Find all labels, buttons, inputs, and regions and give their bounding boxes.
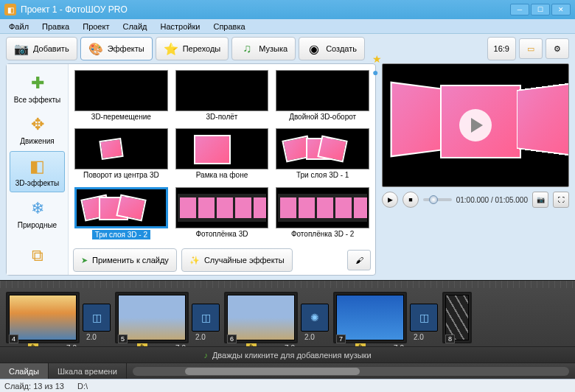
- edit-icon[interactable]: ✎: [355, 343, 366, 347]
- brush-icon: 🖌: [355, 256, 363, 265]
- camera-icon: 📷: [14, 41, 29, 56]
- snowflake-icon: ❄: [27, 198, 48, 219]
- maximize-button[interactable]: ☐: [531, 4, 550, 15]
- main-toolbar: 📷Добавить 🎨Эффекты ⭐Переходы ♫Музыка ◉Со…: [0, 34, 575, 63]
- effect-item[interactable]: Три слоя 3D - 1: [276, 128, 369, 183]
- display-mode-button[interactable]: ▭: [519, 38, 543, 59]
- wand-icon: ✨: [189, 256, 200, 265]
- slide-card[interactable]: 6✎7.0: [224, 292, 298, 343]
- slide-card[interactable]: 4✎7.0: [6, 292, 80, 343]
- effect-item[interactable]: Поворот из центра 3D: [74, 128, 168, 183]
- effect-item[interactable]: Рамка на фоне: [175, 128, 269, 183]
- transitions-tab[interactable]: ⭐Переходы: [156, 37, 229, 60]
- window-title: Проект 1 - ФотоШОУ PRO: [21, 4, 510, 15]
- app-icon: ◧: [4, 4, 16, 15]
- timeline-scrollbar[interactable]: [133, 367, 569, 376]
- menu-edit[interactable]: Правка: [36, 21, 75, 32]
- add-button[interactable]: 📷Добавить: [6, 37, 77, 60]
- cube-icon: ◧: [27, 156, 48, 177]
- category-all[interactable]: ✚Все эффекты: [10, 69, 65, 108]
- slide-card[interactable]: 5✎7.0: [115, 292, 189, 343]
- collage-icon: ⧉: [27, 245, 48, 266]
- music-track[interactable]: ♪Дважды кликните для добавления музыки: [0, 346, 575, 363]
- category-list: ✚Все эффекты ✥Движения ◧3D-эффекты ❄Прир…: [7, 64, 69, 275]
- tab-slides[interactable]: Слайды: [0, 363, 49, 379]
- brush-button[interactable]: 🖌: [347, 250, 371, 270]
- menu-file[interactable]: Файл: [3, 21, 35, 32]
- apply-button[interactable]: ➤Применить к слайду: [73, 248, 177, 272]
- effect-item[interactable]: Двойной 3D-оборот: [276, 70, 369, 125]
- effect-item[interactable]: 3D-полёт: [175, 70, 269, 125]
- music-tab[interactable]: ♫Музыка: [231, 37, 296, 60]
- transition-card[interactable]: ✺2.0: [301, 304, 329, 332]
- preview-viewport[interactable]: [382, 63, 569, 187]
- play-overlay-icon: [459, 109, 492, 141]
- close-button[interactable]: ✕: [551, 4, 571, 15]
- category-collage[interactable]: ⧉: [10, 241, 65, 270]
- timecode: 01:00.000 / 01:05.000: [456, 196, 528, 204]
- category-3d[interactable]: ◧3D-эффекты: [10, 151, 65, 192]
- stop-button[interactable]: ■: [402, 192, 419, 208]
- effect-item[interactable]: Фотоплёнка 3D - 2: [276, 187, 369, 244]
- edit-icon[interactable]: ✎: [28, 343, 38, 347]
- timeline-track[interactable]: 4✎7.0 ◫2.0 5✎7.0 ◫2.0 6✎7.0 ✺2.0 7✎7.0 ◫…: [0, 288, 575, 346]
- palette-icon: 🎨: [88, 41, 103, 56]
- effect-item-selected[interactable]: Три слоя 3D - 2: [74, 187, 168, 244]
- effect-item[interactable]: 3D-перемещение: [74, 70, 168, 125]
- check-icon: ➤: [81, 256, 88, 265]
- effects-grid: 3D-перемещение 3D-полёт Двойной 3D-оборо…: [73, 69, 371, 245]
- timeline-ruler: [0, 281, 575, 288]
- titlebar: ◧ Проект 1 - ФотоШОУ PRO ─ ☐ ✕: [0, 0, 575, 19]
- menu-project[interactable]: Проект: [77, 21, 115, 32]
- fullscreen-button[interactable]: ⛶: [553, 192, 569, 208]
- music-note-icon: ♪: [203, 351, 208, 360]
- create-button[interactable]: ◉Создать: [299, 37, 365, 60]
- tab-timescale[interactable]: Шкала времени: [49, 363, 127, 379]
- minimize-button[interactable]: ─: [510, 4, 529, 15]
- edit-icon[interactable]: ✎: [246, 343, 257, 347]
- menubar: Файл Правка Проект Слайд Настройки Справ…: [0, 19, 575, 34]
- timeline: 4✎7.0 ◫2.0 5✎7.0 ◫2.0 6✎7.0 ✺2.0 7✎7.0 ◫…: [0, 280, 575, 379]
- disc-icon: ◉: [307, 41, 321, 56]
- transition-card[interactable]: ◫2.0: [83, 304, 111, 332]
- music-icon: ♫: [240, 41, 254, 56]
- status-slide: Слайд: 13 из 13: [4, 382, 64, 391]
- edit-icon[interactable]: ✎: [137, 343, 147, 347]
- transition-card[interactable]: ◫2.0: [410, 304, 438, 332]
- star-icon: ⭐: [164, 41, 178, 56]
- sun-icon: ▭: [527, 44, 534, 54]
- category-motion[interactable]: ✥Движения: [10, 110, 65, 150]
- settings-button[interactable]: ⚙: [546, 38, 569, 59]
- statusbar: Слайд: 13 из 13 D:\: [0, 379, 575, 392]
- menu-help[interactable]: Справка: [207, 21, 251, 32]
- puzzle-icon: ✚: [27, 73, 48, 94]
- menu-settings[interactable]: Настройки: [155, 21, 206, 32]
- snapshot-button[interactable]: 📷: [532, 192, 548, 208]
- transition-card[interactable]: ◫2.0: [192, 304, 220, 332]
- effects-panel: ✚Все эффекты ✥Движения ◧3D-эффекты ❄Прир…: [6, 63, 376, 276]
- status-path: D:\: [77, 382, 88, 391]
- preview-panel: ▶ ■ 01:00.000 / 01:05.000 📷 ⛶: [382, 63, 569, 276]
- favorite-icon[interactable]: ★: [372, 53, 382, 65]
- play-button[interactable]: ▶: [382, 192, 398, 208]
- slide-card[interactable]: 7✎7.0: [333, 292, 407, 343]
- arrows-icon: ✥: [27, 114, 48, 135]
- slide-card[interactable]: 8: [442, 292, 472, 343]
- menu-slide[interactable]: Слайд: [116, 21, 153, 32]
- category-nature[interactable]: ❄Природные: [10, 194, 65, 234]
- globe-icon[interactable]: ●: [372, 66, 378, 78]
- aspect-ratio-button[interactable]: 16:9: [487, 37, 516, 60]
- gear-icon: ⚙: [554, 44, 561, 54]
- seek-slider[interactable]: [423, 198, 452, 201]
- random-button[interactable]: ✨Случайные эффекты: [181, 248, 293, 272]
- effect-item[interactable]: Фотоплёнка 3D: [175, 187, 269, 244]
- effects-tab[interactable]: 🎨Эффекты: [80, 37, 153, 60]
